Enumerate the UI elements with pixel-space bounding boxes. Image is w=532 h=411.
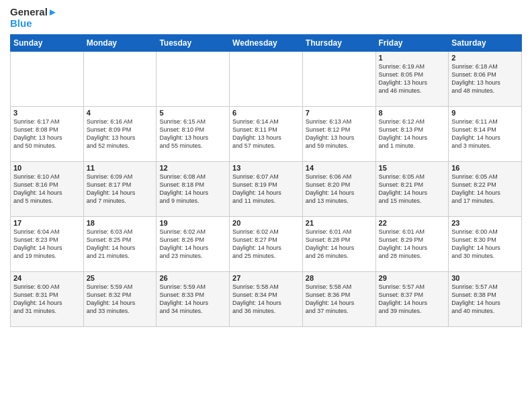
calendar-header-sunday: Sunday	[11, 35, 84, 52]
day-number: 24	[13, 274, 81, 282]
calendar-cell: 9Sunrise: 6:11 AM Sunset: 8:14 PM Daylig…	[449, 107, 522, 162]
day-info: Sunrise: 5:59 AM Sunset: 8:32 PM Dayligh…	[87, 283, 154, 316]
calendar-cell: 13Sunrise: 6:07 AM Sunset: 8:19 PM Dayli…	[230, 162, 303, 217]
calendar-cell: 25Sunrise: 5:59 AM Sunset: 8:32 PM Dayli…	[83, 272, 157, 327]
calendar-cell: 26Sunrise: 5:59 AM Sunset: 8:33 PM Dayli…	[157, 272, 230, 327]
calendar-table: SundayMondayTuesdayWednesdayThursdayFrid…	[10, 34, 522, 327]
calendar-cell: 7Sunrise: 6:13 AM Sunset: 8:12 PM Daylig…	[302, 107, 375, 162]
day-info: Sunrise: 6:19 AM Sunset: 8:05 PM Dayligh…	[379, 62, 446, 95]
day-info: Sunrise: 6:18 AM Sunset: 8:06 PM Dayligh…	[451, 62, 519, 95]
day-info: Sunrise: 5:58 AM Sunset: 8:36 PM Dayligh…	[306, 283, 373, 316]
day-info: Sunrise: 6:00 AM Sunset: 8:31 PM Dayligh…	[13, 283, 81, 316]
calendar-week-1: 1Sunrise: 6:19 AM Sunset: 8:05 PM Daylig…	[11, 52, 522, 107]
calendar-week-4: 17Sunrise: 6:04 AM Sunset: 8:23 PM Dayli…	[11, 217, 522, 272]
day-info: Sunrise: 6:05 AM Sunset: 8:22 PM Dayligh…	[451, 173, 519, 205]
day-number: 17	[13, 219, 81, 227]
day-number: 16	[451, 164, 519, 172]
calendar-week-3: 10Sunrise: 6:10 AM Sunset: 8:16 PM Dayli…	[11, 162, 522, 217]
day-number: 2	[451, 54, 519, 62]
day-number: 6	[232, 109, 300, 117]
day-info: Sunrise: 6:07 AM Sunset: 8:19 PM Dayligh…	[232, 173, 300, 205]
day-number: 11	[87, 164, 154, 172]
calendar-cell: 2Sunrise: 6:18 AM Sunset: 8:06 PM Daylig…	[449, 52, 522, 107]
day-number: 3	[13, 109, 81, 117]
day-info: Sunrise: 6:04 AM Sunset: 8:23 PM Dayligh…	[13, 228, 81, 261]
calendar-header-tuesday: Tuesday	[157, 35, 230, 52]
header: General► Blue	[10, 7, 522, 29]
day-number: 22	[379, 219, 446, 227]
logo: General► Blue	[10, 7, 58, 29]
day-number: 14	[306, 164, 373, 172]
day-number: 7	[306, 109, 373, 117]
day-number: 19	[159, 219, 226, 227]
day-number: 4	[87, 109, 154, 117]
day-info: Sunrise: 6:13 AM Sunset: 8:12 PM Dayligh…	[306, 118, 373, 150]
day-info: Sunrise: 6:14 AM Sunset: 8:11 PM Dayligh…	[232, 118, 300, 150]
calendar-cell: 11Sunrise: 6:09 AM Sunset: 8:17 PM Dayli…	[83, 162, 157, 217]
calendar-header-thursday: Thursday	[302, 35, 375, 52]
day-info: Sunrise: 5:58 AM Sunset: 8:34 PM Dayligh…	[232, 283, 300, 316]
calendar-cell: 24Sunrise: 6:00 AM Sunset: 8:31 PM Dayli…	[11, 272, 84, 327]
calendar-cell: 4Sunrise: 6:16 AM Sunset: 8:09 PM Daylig…	[83, 107, 157, 162]
day-info: Sunrise: 6:08 AM Sunset: 8:18 PM Dayligh…	[159, 173, 226, 205]
day-info: Sunrise: 5:57 AM Sunset: 8:37 PM Dayligh…	[379, 283, 446, 316]
calendar-cell: 5Sunrise: 6:15 AM Sunset: 8:10 PM Daylig…	[157, 107, 230, 162]
day-info: Sunrise: 6:09 AM Sunset: 8:17 PM Dayligh…	[87, 173, 154, 205]
calendar-week-2: 3Sunrise: 6:17 AM Sunset: 8:08 PM Daylig…	[11, 107, 522, 162]
day-number: 29	[379, 274, 446, 282]
calendar-header-saturday: Saturday	[449, 35, 522, 52]
day-info: Sunrise: 6:05 AM Sunset: 8:21 PM Dayligh…	[379, 173, 446, 205]
day-number: 12	[159, 164, 226, 172]
day-info: Sunrise: 6:01 AM Sunset: 8:28 PM Dayligh…	[306, 228, 373, 261]
calendar-cell: 23Sunrise: 6:00 AM Sunset: 8:30 PM Dayli…	[449, 217, 522, 272]
day-info: Sunrise: 6:15 AM Sunset: 8:10 PM Dayligh…	[159, 118, 226, 150]
calendar-cell: 22Sunrise: 6:01 AM Sunset: 8:29 PM Dayli…	[375, 217, 449, 272]
calendar-cell	[302, 52, 375, 107]
calendar-header-monday: Monday	[83, 35, 157, 52]
calendar-cell: 21Sunrise: 6:01 AM Sunset: 8:28 PM Dayli…	[302, 217, 375, 272]
calendar-cell: 16Sunrise: 6:05 AM Sunset: 8:22 PM Dayli…	[449, 162, 522, 217]
calendar-cell: 29Sunrise: 5:57 AM Sunset: 8:37 PM Dayli…	[375, 272, 449, 327]
day-number: 18	[87, 219, 154, 227]
calendar-header-wednesday: Wednesday	[230, 35, 303, 52]
day-info: Sunrise: 6:10 AM Sunset: 8:16 PM Dayligh…	[13, 173, 81, 205]
calendar-week-5: 24Sunrise: 6:00 AM Sunset: 8:31 PM Dayli…	[11, 272, 522, 327]
day-info: Sunrise: 6:17 AM Sunset: 8:08 PM Dayligh…	[13, 118, 81, 150]
day-number: 15	[379, 164, 446, 172]
calendar-cell: 6Sunrise: 6:14 AM Sunset: 8:11 PM Daylig…	[230, 107, 303, 162]
day-number: 23	[451, 219, 519, 227]
calendar-cell: 1Sunrise: 6:19 AM Sunset: 8:05 PM Daylig…	[375, 52, 449, 107]
calendar-cell: 10Sunrise: 6:10 AM Sunset: 8:16 PM Dayli…	[11, 162, 84, 217]
calendar-header-friday: Friday	[375, 35, 449, 52]
calendar-cell	[230, 52, 303, 107]
day-info: Sunrise: 6:01 AM Sunset: 8:29 PM Dayligh…	[379, 228, 446, 261]
day-info: Sunrise: 6:00 AM Sunset: 8:30 PM Dayligh…	[451, 228, 519, 261]
calendar-cell	[83, 52, 157, 107]
day-info: Sunrise: 6:06 AM Sunset: 8:20 PM Dayligh…	[306, 173, 373, 205]
calendar-cell: 14Sunrise: 6:06 AM Sunset: 8:20 PM Dayli…	[302, 162, 375, 217]
day-number: 26	[159, 274, 226, 282]
calendar-cell: 28Sunrise: 5:58 AM Sunset: 8:36 PM Dayli…	[302, 272, 375, 327]
day-number: 25	[87, 274, 154, 282]
day-number: 9	[451, 109, 519, 117]
day-number: 8	[379, 109, 446, 117]
day-number: 21	[306, 219, 373, 227]
day-number: 5	[159, 109, 226, 117]
day-info: Sunrise: 6:02 AM Sunset: 8:26 PM Dayligh…	[159, 228, 226, 261]
day-number: 30	[451, 274, 519, 282]
calendar-cell	[11, 52, 84, 107]
calendar-cell: 8Sunrise: 6:12 AM Sunset: 8:13 PM Daylig…	[375, 107, 449, 162]
day-info: Sunrise: 6:16 AM Sunset: 8:09 PM Dayligh…	[87, 118, 154, 150]
calendar-cell: 12Sunrise: 6:08 AM Sunset: 8:18 PM Dayli…	[157, 162, 230, 217]
calendar-cell: 19Sunrise: 6:02 AM Sunset: 8:26 PM Dayli…	[157, 217, 230, 272]
page: General► Blue SundayMondayTuesdayWednesd…	[0, 0, 532, 411]
day-info: Sunrise: 6:03 AM Sunset: 8:25 PM Dayligh…	[87, 228, 154, 261]
calendar-cell: 3Sunrise: 6:17 AM Sunset: 8:08 PM Daylig…	[11, 107, 84, 162]
calendar-cell	[157, 52, 230, 107]
calendar-cell: 18Sunrise: 6:03 AM Sunset: 8:25 PM Dayli…	[83, 217, 157, 272]
day-number: 27	[232, 274, 300, 282]
calendar-cell: 27Sunrise: 5:58 AM Sunset: 8:34 PM Dayli…	[230, 272, 303, 327]
calendar-cell: 15Sunrise: 6:05 AM Sunset: 8:21 PM Dayli…	[375, 162, 449, 217]
day-number: 20	[232, 219, 300, 227]
day-info: Sunrise: 5:59 AM Sunset: 8:33 PM Dayligh…	[159, 283, 226, 316]
